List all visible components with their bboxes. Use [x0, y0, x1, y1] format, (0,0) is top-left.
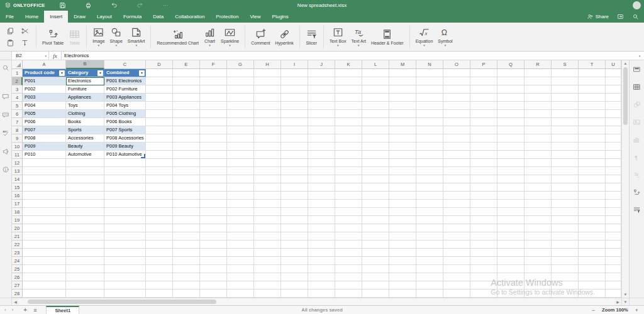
cell-I7[interactable]	[281, 118, 308, 126]
cell-G17[interactable]	[227, 200, 254, 208]
cell-F18[interactable]	[200, 208, 227, 216]
cell-O7[interactable]	[443, 118, 470, 126]
cell-L13[interactable]	[362, 167, 389, 175]
cell-A19[interactable]	[23, 216, 66, 224]
chart-button[interactable]: Chart ▾	[201, 26, 218, 48]
cell-L27[interactable]	[362, 281, 389, 290]
cell-L16[interactable]	[362, 192, 389, 200]
cell-J1[interactable]	[308, 69, 335, 77]
cell-G24[interactable]	[227, 257, 254, 265]
cell-R26[interactable]	[525, 273, 552, 281]
cell-E16[interactable]	[173, 192, 200, 200]
cell-Q9[interactable]	[497, 134, 525, 143]
cell-N15[interactable]	[416, 183, 443, 192]
cell-F17[interactable]	[200, 200, 227, 208]
cell-M11[interactable]	[389, 151, 416, 159]
cell-I24[interactable]	[281, 257, 308, 265]
column-header-S[interactable]: S	[552, 60, 579, 69]
prev-sheet-arrow[interactable]: ‹	[4, 307, 6, 313]
column-header-J[interactable]: J	[308, 60, 335, 69]
cell-L10[interactable]	[362, 143, 389, 151]
cell-M25[interactable]	[389, 265, 416, 273]
cell-O3[interactable]	[443, 85, 470, 94]
cell-Q17[interactable]	[497, 200, 525, 208]
about-icon[interactable]	[2, 165, 9, 176]
cell-Q7[interactable]	[497, 118, 525, 126]
cell-L11[interactable]	[362, 151, 389, 159]
cell-F25[interactable]	[200, 265, 227, 273]
cell-B7[interactable]: Books	[66, 118, 104, 126]
cell-S15[interactable]	[552, 183, 579, 192]
cell-R6[interactable]	[525, 110, 552, 118]
cell-S28[interactable]	[552, 290, 579, 298]
cell-A14[interactable]	[23, 175, 66, 183]
shape-button[interactable]: Shape ▾	[108, 26, 125, 48]
row-header-6[interactable]: 6	[12, 110, 23, 118]
cell-K5[interactable]	[335, 102, 362, 110]
cell-N7[interactable]	[416, 118, 443, 126]
cell-A10[interactable]: P009	[23, 143, 66, 151]
column-header-E[interactable]: E	[173, 60, 200, 69]
tab-insert[interactable]: Insert	[44, 11, 68, 23]
image-button[interactable]: Image ▾	[90, 26, 107, 48]
cell-F16[interactable]	[200, 192, 227, 200]
cell-Q26[interactable]	[497, 273, 525, 281]
column-header-Q[interactable]: Q	[497, 60, 525, 69]
cell-Q18[interactable]	[497, 208, 525, 216]
cell-C27[interactable]	[104, 281, 146, 290]
cell-I27[interactable]	[281, 281, 308, 290]
cell-H2[interactable]	[254, 77, 281, 85]
cell-A4[interactable]: P003	[23, 94, 66, 102]
cell-H17[interactable]	[254, 200, 281, 208]
cell-K10[interactable]	[335, 143, 362, 151]
cell-C28[interactable]	[104, 290, 146, 298]
cell-C9[interactable]: P008 Accessories	[104, 134, 146, 143]
cell-F9[interactable]	[200, 134, 227, 143]
cell-F27[interactable]	[200, 281, 227, 290]
vertical-scroll-thumb[interactable]	[623, 67, 628, 125]
cell-T26[interactable]	[579, 273, 606, 281]
cell-P1[interactable]	[470, 69, 497, 77]
cell-I3[interactable]	[281, 85, 308, 94]
tab-formula[interactable]: Formula	[118, 11, 147, 23]
cell-N24[interactable]	[416, 257, 443, 265]
cell-R1[interactable]	[525, 69, 552, 77]
cell-D11[interactable]	[146, 151, 173, 159]
pivot-table-button[interactable]: Pivot Table	[40, 28, 66, 46]
cell-I16[interactable]	[281, 192, 308, 200]
cell-P8[interactable]	[470, 126, 497, 134]
cell-M9[interactable]	[389, 134, 416, 143]
cell-N1[interactable]	[416, 69, 443, 77]
cell-S3[interactable]	[552, 85, 579, 94]
cell-U23[interactable]	[606, 249, 621, 257]
cell-R21[interactable]	[525, 232, 552, 241]
cell-T12[interactable]	[579, 159, 606, 167]
cell-C15[interactable]	[104, 183, 146, 192]
insert-function-button[interactable]: fx	[49, 51, 62, 60]
cell-O15[interactable]	[443, 183, 470, 192]
cell-D9[interactable]	[146, 134, 173, 143]
cell-L17[interactable]	[362, 200, 389, 208]
scroll-left-arrow[interactable]: ◀	[12, 298, 19, 305]
cell-K17[interactable]	[335, 200, 362, 208]
column-header-B[interactable]: B	[66, 60, 104, 69]
cell-R19[interactable]	[525, 216, 552, 224]
cell-Q24[interactable]	[497, 257, 525, 265]
cell-N4[interactable]	[416, 94, 443, 102]
scroll-down-arrow[interactable]: ▼	[622, 292, 629, 297]
cell-O14[interactable]	[443, 175, 470, 183]
chart-settings-icon[interactable]	[633, 135, 641, 146]
cell-L24[interactable]	[362, 257, 389, 265]
sheet-list-button[interactable]: ≡	[33, 307, 36, 313]
row-header-14[interactable]: 14	[12, 175, 23, 183]
cell-T25[interactable]	[579, 265, 606, 273]
cut-button[interactable]	[21, 26, 30, 36]
cell-T23[interactable]	[579, 249, 606, 257]
horizontal-scrollbar[interactable]	[19, 298, 614, 305]
cell-G22[interactable]	[227, 241, 254, 249]
cell-F20[interactable]	[200, 224, 227, 232]
cell-I23[interactable]	[281, 249, 308, 257]
cell-L18[interactable]	[362, 208, 389, 216]
cell-Q11[interactable]	[497, 151, 525, 159]
cell-R5[interactable]	[525, 102, 552, 110]
